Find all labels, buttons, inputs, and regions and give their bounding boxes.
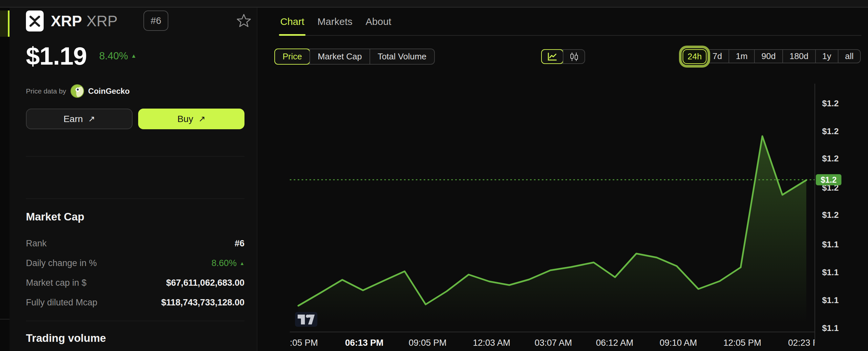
- chart-svg: [290, 84, 814, 332]
- y-axis-label: $1.1: [822, 323, 839, 333]
- divider: [26, 156, 245, 157]
- divider: [26, 198, 245, 199]
- stat-value: 8.60%▲: [212, 258, 245, 268]
- xrp-logo-icon: [26, 10, 44, 31]
- y-axis-label: $1.1: [822, 240, 839, 250]
- buy-button[interactable]: Buy↗: [138, 108, 245, 129]
- stat-value: $118,743,733,128.00: [161, 297, 245, 308]
- favorite-star-icon[interactable]: [236, 12, 252, 28]
- price-chart[interactable]: [290, 84, 814, 332]
- attribution-text: Price data by: [26, 87, 66, 95]
- stat-row-daily-change: Daily change in % 8.60%▲: [26, 253, 245, 273]
- coin-price: $1.19: [26, 42, 87, 70]
- metric-toggle: Price Market Cap Total Volume: [274, 49, 435, 65]
- coingecko-link[interactable]: CoinGecko: [88, 87, 130, 96]
- price-data-attribution: Price data by CoinGecko: [26, 84, 130, 98]
- x-axis-label: 02:23 P: [788, 338, 814, 348]
- range-1m[interactable]: 1m: [728, 50, 754, 63]
- tab-about[interactable]: About: [365, 14, 392, 35]
- coin-summary-panel: XRPXRP #6 $1.19 8.40%▲ Price data by Coi…: [9, 7, 257, 351]
- x-axis-label: 06:13 PM: [345, 338, 383, 348]
- range-all[interactable]: all: [838, 50, 860, 63]
- x-axis-label: 03:07 AM: [535, 338, 572, 348]
- metric-price[interactable]: Price: [274, 49, 310, 65]
- x-axis-label: 09:05 PM: [409, 338, 446, 348]
- y-axis-label: $1.2: [822, 126, 839, 136]
- chart-panel: Chart Markets About Price Market Cap Tot…: [257, 7, 868, 351]
- price-row: $1.19 8.40%▲: [26, 42, 136, 70]
- top-bar: [0, 0, 868, 7]
- chart-type-toggle: [541, 49, 585, 64]
- range-options: 7d 1m 90d 180d 1y all: [703, 49, 861, 63]
- y-axis-label: $1.1: [822, 267, 839, 278]
- range-24h[interactable]: 24h: [683, 49, 707, 64]
- external-link-icon: ↗: [198, 114, 206, 124]
- y-axis: $1.2 $1.2$1.2$1.2$1.2$1.2$1.1$1.1$1.1$1.…: [814, 84, 868, 343]
- app-window: XRPXRP #6 $1.19 8.40%▲ Price data by Coi…: [0, 0, 868, 351]
- price-change: 8.40%▲: [99, 50, 136, 62]
- coin-name: XRP: [51, 12, 82, 30]
- current-price-badge: $1.2: [816, 174, 841, 185]
- tab-markets[interactable]: Markets: [317, 14, 353, 35]
- range-90d[interactable]: 90d: [754, 50, 782, 63]
- chart-area-fill: [298, 136, 806, 332]
- action-buttons: Earn↗ Buy↗: [26, 108, 245, 129]
- tab-chart[interactable]: Chart: [280, 14, 305, 35]
- y-axis-label: $1.2: [822, 210, 839, 220]
- tab-bar: Chart Markets About: [280, 14, 862, 36]
- stat-row-fully-diluted: Fully diluted Mcap $118,743,733,128.00: [26, 293, 245, 312]
- x-axis: :05 PM06:13 PM09:05 PM12:03 AM03:07 AM06…: [290, 335, 814, 350]
- x-axis-label: :05 PM: [290, 338, 318, 348]
- stat-value: $67,611,062,683.00: [166, 278, 245, 288]
- coin-header: XRPXRP #6: [26, 10, 252, 31]
- coin-ticker: XRP: [87, 12, 118, 30]
- up-arrow-icon: ▲: [131, 53, 136, 59]
- x-axis-label: 12:03 AM: [473, 338, 510, 348]
- coin-title: XRPXRP: [51, 12, 118, 30]
- metric-market-cap[interactable]: Market Cap: [309, 49, 369, 64]
- coingecko-logo-icon: [70, 84, 84, 98]
- stat-row-rank: Rank #6: [26, 233, 245, 253]
- metric-total-volume[interactable]: Total Volume: [370, 49, 434, 64]
- left-nav-rail: [0, 7, 9, 351]
- range-180d[interactable]: 180d: [782, 50, 815, 63]
- rank-badge: #6: [144, 10, 168, 31]
- stat-value: #6: [235, 238, 245, 249]
- candlestick-icon[interactable]: [563, 50, 585, 63]
- time-range-toggle: 24h 7d 1m 90d 180d 1y all: [683, 49, 861, 63]
- up-arrow-icon: ▲: [240, 261, 245, 266]
- external-link-icon: ↗: [88, 114, 95, 124]
- tradingview-logo[interactable]: [295, 312, 317, 327]
- stat-row-market-cap: Market cap in $ $67,611,062,683.00: [26, 273, 245, 293]
- market-cap-stats: Rank #6 Daily change in % 8.60%▲ Market …: [26, 233, 245, 312]
- rail-divider: [0, 319, 9, 320]
- earn-button[interactable]: Earn↗: [26, 108, 132, 129]
- market-cap-heading: Market Cap: [26, 211, 84, 223]
- range-7d[interactable]: 7d: [704, 50, 728, 63]
- trading-volume-heading: Trading volume: [26, 332, 106, 345]
- line-chart-icon[interactable]: [541, 49, 563, 64]
- x-axis-label: 12:05 PM: [723, 338, 761, 348]
- y-axis-label: $1.2: [822, 98, 839, 108]
- rail-active-item[interactable]: [0, 10, 9, 37]
- y-axis-label: $1.2: [822, 154, 839, 164]
- divider: [26, 321, 245, 321]
- range-1y[interactable]: 1y: [815, 50, 838, 63]
- x-axis-label: 09:10 AM: [660, 338, 697, 348]
- x-axis-label: 06:12 AM: [596, 338, 633, 348]
- y-axis-label: $1.1: [822, 295, 839, 306]
